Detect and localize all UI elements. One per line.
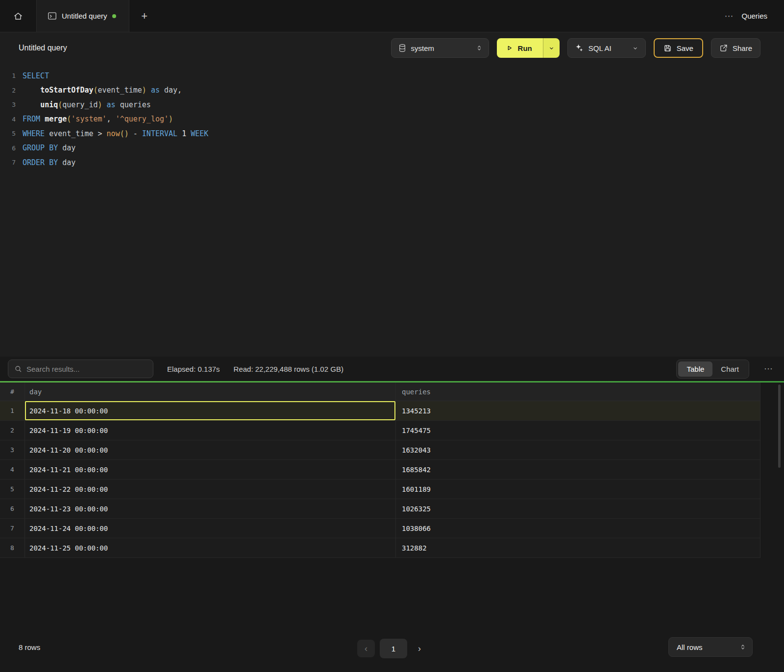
run-options-button[interactable] [543,38,560,58]
row-index-cell[interactable]: 2 [0,421,24,440]
day-cell[interactable]: 2024-11-24 00:00:00 [24,519,395,538]
code-line[interactable]: 1SELECT [0,69,784,83]
tab-bar: Untitled query + ⋯ Queries [0,0,784,32]
column-header-day[interactable]: day [24,383,395,401]
line-number: 7 [0,159,23,166]
rows-per-page-select[interactable]: All rows [668,637,753,657]
code-line[interactable]: 6GROUP BY day [0,141,784,156]
code-line[interactable]: 5WHERE event_time > now() - INTERVAL 1 W… [0,126,784,141]
home-tab[interactable] [0,0,37,32]
chart-view-button[interactable]: Chart [712,361,747,377]
queries-cell[interactable]: 1601189 [395,480,760,499]
next-page-button[interactable]: › [412,640,427,657]
table-header: # day queries [0,383,760,401]
run-button[interactable]: Run [497,38,543,58]
share-button[interactable]: Share [711,38,760,58]
row-index-cell[interactable]: 6 [0,499,24,518]
line-number: 2 [0,87,23,94]
sql-ai-button[interactable]: SQL AI [567,38,646,58]
search-results-box [8,360,153,378]
more-options-icon[interactable]: ⋯ [724,11,734,22]
day-cell[interactable]: 2024-11-18 00:00:00 [24,401,395,420]
code-line[interactable]: 2 toStartOfDay(event_time) as day, [0,83,784,98]
tab-label: Untitled query [62,12,107,20]
run-button-label: Run [518,44,532,52]
query-title: Untitled query [19,44,67,52]
results-empty-area [0,558,784,629]
line-number: 6 [0,144,23,152]
pagination: ‹ 1 › [357,639,427,658]
row-index-cell[interactable]: 7 [0,519,24,538]
table-row[interactable]: 82024-11-25 00:00:00312882 [0,538,760,558]
database-selector[interactable]: system [391,38,489,58]
code-line[interactable]: 4FROM merge('system', '^query_log') [0,112,784,127]
table-body: 12024-11-18 00:00:00134521322024-11-19 0… [0,401,760,558]
line-number: 1 [0,72,23,79]
search-results-input[interactable] [26,365,147,373]
column-header-index[interactable]: # [0,383,24,401]
previous-page-button[interactable]: ‹ [357,640,375,657]
chevron-down-icon [548,45,555,51]
row-index-cell[interactable]: 1 [0,401,24,420]
row-index-cell[interactable]: 5 [0,480,24,499]
new-tab-button[interactable]: + [129,0,160,32]
queries-cell[interactable]: 1345213 [395,401,760,420]
table-row[interactable]: 32024-11-20 00:00:001632043 [0,440,760,460]
day-cell[interactable]: 2024-11-23 00:00:00 [24,499,395,518]
database-selector-value: system [411,44,435,52]
row-index-cell[interactable]: 4 [0,460,24,479]
queries-cell[interactable]: 312882 [395,538,760,557]
results-panel: Elapsed: 0.137s Read: 22,229,488 rows (1… [0,357,784,672]
results-table: # day queries 12024-11-18 00:00:00134521… [0,383,760,558]
code-line[interactable]: 7ORDER BY day [0,155,784,170]
row-index-cell[interactable]: 8 [0,538,24,557]
day-cell[interactable]: 2024-11-21 00:00:00 [24,460,395,479]
queries-cell[interactable]: 1038066 [395,519,760,538]
code-line[interactable]: 3 uniq(query_id) as queries [0,97,784,112]
day-cell[interactable]: 2024-11-25 00:00:00 [24,538,395,557]
column-header-queries[interactable]: queries [395,383,760,401]
table-row[interactable]: 52024-11-22 00:00:001601189 [0,480,760,499]
queries-link[interactable]: Queries [741,12,767,20]
database-icon [398,44,406,52]
sparkles-icon [575,44,584,52]
search-icon [14,365,22,373]
sql-ai-label: SQL AI [588,44,612,52]
table-row[interactable]: 72024-11-24 00:00:001038066 [0,519,760,538]
tab-untitled-query[interactable]: Untitled query [37,0,129,32]
day-cell[interactable]: 2024-11-22 00:00:00 [24,480,395,499]
topbar-spacer [160,0,725,32]
table-scrollbar[interactable] [778,384,781,468]
queries-cell[interactable]: 1685842 [395,460,760,479]
code-lines: 1SELECT2 toStartOfDay(event_time) as day… [0,69,784,170]
day-cell[interactable]: 2024-11-19 00:00:00 [24,421,395,440]
table-view-button[interactable]: Table [678,361,712,377]
sql-editor[interactable]: 1SELECT2 toStartOfDay(event_time) as day… [0,64,784,357]
read-stat: Read: 22,229,488 rows (1.02 GB) [234,365,343,373]
updown-chevron-icon [476,44,483,52]
line-number: 4 [0,116,23,123]
home-icon [13,11,23,21]
queries-cell[interactable]: 1632043 [395,440,760,459]
save-icon [663,44,672,52]
day-cell[interactable]: 2024-11-20 00:00:00 [24,440,395,459]
line-number: 3 [0,101,23,108]
unsaved-indicator [112,14,116,18]
share-button-label: Share [733,44,752,52]
save-button[interactable]: Save [654,38,703,58]
row-index-cell[interactable]: 3 [0,440,24,459]
current-page-button[interactable]: 1 [380,639,407,658]
run-split-button: Run [497,38,560,58]
row-count: 8 rows [19,643,40,651]
table-row[interactable]: 42024-11-21 00:00:001685842 [0,460,760,480]
queries-cell[interactable]: 1026325 [395,499,760,518]
table-row[interactable]: 12024-11-18 00:00:001345213 [0,401,760,421]
updown-chevron-icon [739,643,746,651]
results-more-options-icon[interactable]: ⋯ [764,363,773,374]
queries-menu: ⋯ Queries [724,0,784,32]
queries-cell[interactable]: 1745475 [395,421,760,440]
table-row[interactable]: 62024-11-23 00:00:001026325 [0,499,760,519]
line-number: 5 [0,130,23,137]
view-toggle: Table Chart [676,360,749,379]
table-row[interactable]: 22024-11-19 00:00:001745475 [0,421,760,440]
